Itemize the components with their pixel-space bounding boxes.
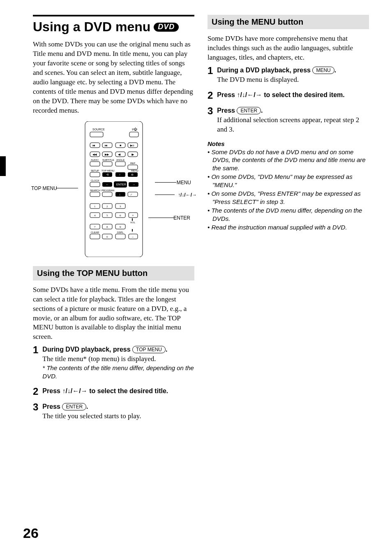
svg-text:▶II: ▶II — [130, 144, 134, 147]
svg-text:ANGLE: ANGLE — [116, 159, 125, 161]
svg-text:←: ← — [106, 183, 109, 186]
svg-text:+: + — [132, 213, 134, 217]
section-menu-heading: Using the MENU button — [208, 15, 369, 29]
svg-text:■: ■ — [120, 144, 121, 147]
callout-line — [155, 195, 175, 195]
svg-text:PROGRAM: PROGRAM — [101, 189, 114, 192]
step-number: 2 — [33, 387, 38, 396]
svg-rect-48 — [90, 192, 100, 197]
svg-text:→: → — [132, 183, 135, 186]
svg-text:7: 7 — [94, 225, 96, 229]
svg-text:6: 6 — [120, 214, 121, 217]
notes-list: Some DVDs do not have a DVD menu and on … — [208, 148, 369, 232]
svg-text:CLOCK: CLOCK — [91, 179, 99, 182]
step-number: 1 — [33, 345, 38, 380]
svg-text:CLEAR: CLEAR — [91, 231, 99, 234]
svg-rect-52 — [128, 192, 138, 197]
svg-rect-25 — [115, 162, 125, 166]
svg-text:◀◀: ◀◀ — [92, 153, 97, 156]
svg-rect-39 — [90, 182, 100, 187]
step-body-text: The title you selected starts to play. — [42, 412, 194, 421]
step-number: 1 — [208, 66, 213, 85]
svg-text:VOL: VOL — [130, 221, 136, 224]
step-lead-before: During DVD playback, press — [42, 346, 132, 353]
enter-pill: ENTER — [237, 107, 261, 114]
step-body-text: If additional selection screens appear, … — [217, 116, 369, 134]
svg-text:◀I: ◀I — [118, 153, 121, 156]
svg-text:–: – — [131, 235, 134, 239]
svg-text:1: 1 — [94, 205, 96, 208]
topmenu-pill: TOP MENU — [132, 346, 166, 353]
svg-rect-75 — [132, 218, 133, 221]
callout-menu: MENU — [177, 180, 191, 185]
svg-rect-81 — [115, 234, 125, 239]
arrow-glyph: ↑/↓/←/→ — [62, 387, 87, 394]
svg-text:⏮: ⏮ — [92, 144, 95, 147]
svg-text:▶▶: ▶▶ — [105, 153, 109, 156]
left-column: Using a DVD menu DVD With some DVDs you … — [33, 15, 194, 427]
callout-line — [56, 188, 78, 188]
enter-pill: ENTER — [62, 403, 86, 410]
footnote-mark: * — [42, 364, 45, 371]
section-topmenu-body: Some DVDs have a title menu. From the ti… — [33, 285, 194, 342]
svg-text:DSPL: DSPL — [117, 231, 124, 234]
title-rule — [33, 15, 194, 16]
right-step-1: 1 During a DVD playback, press MENU. The… — [208, 66, 369, 85]
svg-rect-1 — [90, 132, 103, 137]
svg-rect-3 — [129, 132, 138, 137]
remote-label-source: SOURCE — [92, 128, 105, 131]
right-step-3: 3 Press ENTER. If additional selection s… — [208, 106, 369, 134]
callout-arrows: ↑/↓/←/→ — [178, 192, 197, 198]
note-item: Read the instruction manual supplied wit… — [208, 223, 369, 232]
remote-svg: SOURCE I/⏻ ⏮ ⏭ ■ ▶II ◀◀ ▶▶ ◀I I▶ AUDIO S… — [73, 121, 155, 257]
right-step-2: 2 Press ↑/↓/←/→ to select the desired it… — [208, 90, 369, 100]
callout-topmenu: TOP MENU — [31, 185, 57, 191]
svg-text:4: 4 — [94, 214, 96, 217]
page-title: Using a DVD menu DVD — [33, 20, 194, 34]
page-number: 26 — [23, 525, 39, 541]
section-menu-body: Some DVDs have more comprehensive menu t… — [208, 34, 369, 63]
svg-text:0: 0 — [106, 235, 108, 239]
svg-rect-84 — [132, 229, 133, 232]
svg-text:REP: REP — [130, 162, 135, 164]
svg-text:⏭: ⏭ — [105, 144, 108, 147]
svg-text:↑: ↑ — [119, 173, 121, 176]
step-lead-after: . — [334, 67, 336, 74]
svg-rect-31 — [90, 172, 100, 177]
step-lead-before: During a DVD playback, press — [217, 67, 312, 74]
svg-rect-26 — [128, 165, 138, 169]
svg-text:3: 3 — [120, 205, 121, 208]
step-number: 3 — [208, 106, 213, 134]
step-lead-after: to select the desired item. — [262, 91, 345, 98]
step-body-text: The title menu* (top menu) is displayed. — [42, 354, 194, 364]
step-lead-before: Press — [217, 107, 237, 114]
step-lead-before: Press — [42, 403, 62, 410]
svg-text:2: 2 — [106, 205, 108, 208]
callout-line — [155, 182, 176, 183]
svg-text:SUBTITLE: SUBTITLE — [102, 159, 114, 161]
page-title-text: Using a DVD menu — [33, 20, 150, 34]
svg-rect-49 — [102, 192, 112, 197]
svg-text:⟲: ⟲ — [106, 173, 109, 176]
note-item: On some DVDs, "Press ENTER" may be expre… — [208, 190, 369, 206]
right-column: Using the MENU button Some DVDs have mor… — [208, 15, 369, 427]
svg-text:ENTER: ENTER — [116, 183, 126, 186]
callout-enter: ENTER — [173, 215, 190, 221]
remote-illustration: TOP MENU MENU ↑/↓/←/→ ENTER SOURCE I/⏻ ⏮… — [33, 121, 194, 257]
left-step-3: 3 Press ENTER. The title you selected st… — [33, 402, 194, 421]
svg-text:SETUP: SETUP — [91, 169, 99, 172]
svg-rect-23 — [90, 162, 100, 166]
side-tab — [0, 156, 6, 176]
step-lead-before: Press — [42, 387, 62, 394]
left-step-1: 1 During DVD playback, press TOP MENU. T… — [33, 345, 194, 380]
menu-pill: MENU — [312, 67, 334, 74]
svg-rect-24 — [102, 162, 112, 166]
svg-text:↓: ↓ — [119, 193, 121, 196]
step-body-text: The DVD menu is displayed. — [217, 75, 369, 85]
svg-text:I/⏻: I/⏻ — [132, 127, 137, 131]
svg-text:9: 9 — [120, 225, 121, 229]
svg-text:MENU: MENU — [131, 169, 138, 172]
svg-text:⊖: ⊖ — [131, 173, 134, 176]
svg-text:SEARCH: SEARCH — [90, 189, 100, 192]
left-step-2: 2 Press ↑/↓/←/→ to select the desired ti… — [33, 387, 194, 396]
